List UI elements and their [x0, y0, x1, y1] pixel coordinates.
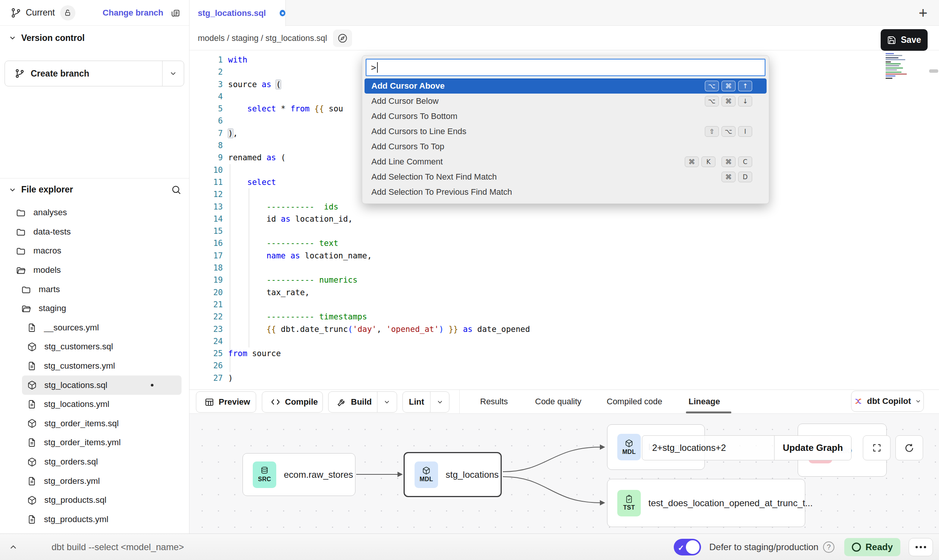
save-button[interactable]: Save: [881, 29, 928, 51]
file-tree-item[interactable]: stg_order_items.yml: [0, 433, 189, 452]
dbt-copilot-button[interactable]: dbt Copilot: [851, 391, 924, 412]
active-tab-underline: [686, 411, 731, 413]
file-name: marts: [39, 285, 60, 294]
palette-item[interactable]: Add Cursor Below⌥⌘↓: [362, 94, 769, 109]
file-tree-item[interactable]: analyses: [0, 203, 189, 222]
help-icon[interactable]: ?: [823, 541, 834, 553]
file-tree-item[interactable]: stg_locations.sql: [22, 375, 182, 395]
palette-item[interactable]: Add Selection To Next Find Match⌘D: [362, 169, 769, 185]
chevron-down-icon: [8, 186, 17, 194]
current-branch-label: Current: [26, 8, 55, 18]
code-line[interactable]: {{ dbt.date_trunc('day', 'opened_at') }}…: [228, 323, 530, 335]
tab-lineage[interactable]: Lineage: [689, 390, 720, 413]
line-number: 9: [189, 152, 223, 164]
palette-query: >: [371, 63, 376, 72]
defer-toggle[interactable]: ✓: [674, 539, 701, 555]
file-tree-item[interactable]: stg_customers.yml: [0, 357, 189, 376]
line-number: 26: [189, 360, 223, 372]
cli-command-text[interactable]: dbt build --select <model_name>: [52, 542, 184, 552]
search-icon[interactable]: [171, 185, 182, 195]
tst-badge: TST: [617, 490, 641, 516]
compass-icon[interactable]: [333, 30, 352, 47]
palette-item[interactable]: Add Line Comment⌘K⌘C: [362, 154, 769, 169]
create-branch-main[interactable]: Create branch: [5, 61, 162, 86]
lineage-selector-input[interactable]: [642, 436, 774, 460]
file-name: models: [33, 265, 61, 275]
palette-item[interactable]: Add Cursor Above⌥⌘↑: [365, 78, 767, 94]
palette-item[interactable]: Add Cursors To Top: [362, 139, 769, 154]
compile-button[interactable]: Compile: [262, 391, 323, 413]
line-number: 24: [189, 335, 223, 347]
file-tree-item[interactable]: stg_orders.yml: [0, 471, 189, 491]
tab-results[interactable]: Results: [480, 390, 508, 413]
breadcrumb-row: models / staging / stg_locations.sql: [189, 26, 939, 50]
file-tree-item[interactable]: data-tests: [0, 222, 189, 242]
key-cap: ⌘: [721, 81, 736, 91]
code-line[interactable]: ​: [228, 299, 530, 311]
code-line[interactable]: ---------- text: [228, 237, 530, 249]
create-branch-dropdown[interactable]: [163, 61, 184, 86]
lineage-node-stg-locations[interactable]: MDL stg_locations: [404, 452, 502, 497]
file-tree-item[interactable]: stg_order_items.sql: [0, 414, 189, 433]
code-line[interactable]: id as location_id,: [228, 213, 530, 225]
refresh-button[interactable]: [895, 435, 923, 460]
update-graph-button[interactable]: Update Graph: [775, 436, 851, 460]
line-number: 4: [189, 91, 223, 103]
code-line[interactable]: ​: [228, 335, 530, 347]
lineage-node-source[interactable]: SRC ecom.raw_stores: [243, 453, 355, 496]
create-branch-button[interactable]: Create branch: [5, 61, 184, 86]
minimap[interactable]: [886, 53, 912, 80]
file-explorer-section-header[interactable]: File explorer: [0, 178, 189, 201]
file-tree-item[interactable]: models: [0, 261, 189, 280]
code-line[interactable]: ---------- timestamps: [228, 311, 530, 323]
version-control-section-header[interactable]: Version control: [0, 27, 189, 48]
file-tree-item[interactable]: staging: [0, 299, 189, 318]
lineage-node-test[interactable]: TST test_does_location_opened_at_trunc_t…: [607, 479, 805, 527]
lineage-canvas[interactable]: atio MDL locations SRC ecom.raw_stores M…: [189, 414, 939, 533]
fullscreen-button[interactable]: [863, 435, 890, 460]
command-palette-input[interactable]: >: [366, 59, 765, 76]
more-options-button[interactable]: [909, 538, 933, 556]
file-name: data-tests: [33, 227, 71, 237]
code-line[interactable]: ​: [228, 262, 530, 274]
code-line[interactable]: ---------- numerics: [228, 274, 530, 286]
palette-item[interactable]: Add Selection To Previous Find Match: [362, 185, 769, 200]
unsaved-changes-dot: [280, 10, 285, 16]
tab-code-quality[interactable]: Code quality: [535, 390, 581, 413]
code-line[interactable]: tax_rate,: [228, 286, 530, 299]
tab-stg-locations[interactable]: stg_locations.sql: [189, 0, 286, 26]
file-tree-item[interactable]: stg_products.sql: [0, 491, 189, 510]
lint-button[interactable]: Lint: [402, 391, 449, 413]
code-line[interactable]: ​: [228, 360, 530, 372]
file-icon: [27, 515, 36, 524]
file-icon: [27, 323, 36, 332]
node-label: ecom.raw_stores: [284, 469, 353, 480]
model-icon: [27, 496, 37, 505]
scrollbar[interactable]: [929, 69, 938, 73]
palette-item[interactable]: Add Cursors To Bottom: [362, 109, 769, 124]
expand-command-panel-button[interactable]: [8, 542, 18, 552]
lint-dropdown[interactable]: [430, 392, 449, 412]
code-line[interactable]: name as location_name,: [228, 250, 530, 262]
code-line[interactable]: ): [228, 372, 530, 384]
code-line[interactable]: from source: [228, 347, 530, 360]
build-button[interactable]: Build: [328, 391, 397, 413]
code-line[interactable]: ​: [228, 225, 530, 237]
palette-item-label: Add Cursors To Top: [371, 142, 444, 152]
build-dropdown[interactable]: [377, 392, 396, 412]
preview-button[interactable]: Preview: [196, 391, 256, 413]
file-tree-item[interactable]: macros: [0, 241, 189, 261]
file-tree-item[interactable]: __sources.yml: [0, 318, 189, 338]
file-tree-item[interactable]: marts: [0, 280, 189, 299]
line-number: 19: [189, 274, 223, 286]
new-tab-button[interactable]: +: [914, 4, 932, 22]
copy-icon[interactable]: [170, 8, 181, 18]
change-branch-link[interactable]: Change branch: [103, 8, 163, 18]
file-tree-item[interactable]: stg_customers.sql: [0, 337, 189, 357]
tab-compiled-code[interactable]: Compiled code: [607, 390, 662, 413]
palette-item[interactable]: Add Cursors to Line Ends⇧⌥I: [362, 124, 769, 139]
file-tree-item[interactable]: stg_locations.yml: [0, 395, 189, 414]
file-tree-item[interactable]: stg_orders.sql: [0, 452, 189, 472]
file-tree-item[interactable]: stg_products.yml: [0, 510, 189, 529]
ready-status-badge[interactable]: Ready: [844, 538, 900, 556]
